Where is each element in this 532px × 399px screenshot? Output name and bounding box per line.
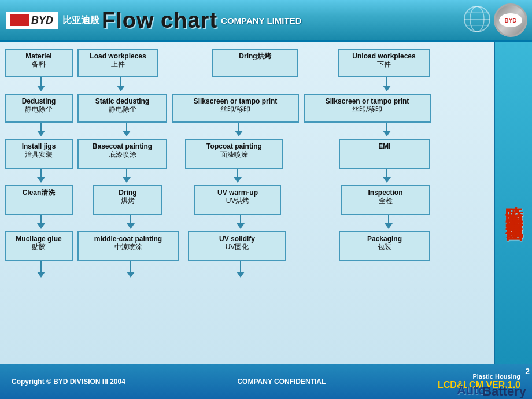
sidebar-text: 喷涂车间工艺流程图	[502, 193, 526, 213]
byd-red-rect	[10, 14, 29, 26]
box-load: Load workpieces 上件	[77, 49, 158, 77]
box-unload: Unload workpieces 下件	[338, 49, 430, 77]
sidebar: 喷涂车间工艺流程图	[494, 42, 532, 364]
arrow-emi-down	[383, 169, 391, 183]
arrow-materiel-down	[37, 77, 45, 91]
box-emi: EMI	[339, 139, 430, 169]
box-dedusting: Dedusting 静电除尘	[5, 94, 73, 123]
footer-confidential: COMPANY CONFIDENTIAL	[237, 378, 326, 386]
flowchart-area: Materiel 备料 Load workpieces 上件 Dring烘烤 U…	[0, 42, 494, 364]
globe-icon	[463, 5, 492, 34]
byd-text: BYD	[31, 14, 53, 27]
box-inspection: Inspection 全检	[341, 185, 430, 215]
box-uv-solidify: UV solidify UV固化	[188, 231, 286, 261]
footer-pagenum: 2	[525, 367, 530, 376]
box-materiel: Materiel 备料	[5, 49, 73, 77]
footer-plastic: Plastic Housing	[472, 373, 520, 380]
logo-box: BYD	[6, 12, 58, 29]
box-packaging: Packaging 包装	[339, 231, 430, 261]
arrow-uvsolidify-down	[237, 261, 245, 278]
box-install-jigs: Install jigs 治具安装	[5, 139, 73, 169]
flow-grid: Materiel 备料 Load workpieces 上件 Dring烘烤 U…	[3, 46, 490, 362]
box-static-dedusting: Static dedusting 静电除尘	[77, 94, 167, 123]
box-topcoat: Topcoat painting 面漆喷涂	[185, 139, 283, 169]
header: BYD 比亚迪股 Flow chart COMPANY LIMITED BYD	[0, 0, 532, 42]
box-mucilage: Mucilage glue 贴胶	[5, 231, 73, 261]
arrow-middlecoat-down	[127, 261, 135, 278]
arrow-mucilage-down	[37, 261, 45, 278]
byd-circle-logo: BYD	[494, 3, 527, 37]
company-en: COMPANY LIMITED	[221, 16, 301, 25]
arrow-uvwarmup-down	[237, 215, 245, 229]
arrow-silk2-down	[383, 123, 391, 136]
arrow-basecoat-down	[123, 169, 131, 183]
box-silkscreen1: Silkscreen or tampo print 丝印/移印	[172, 94, 299, 123]
box-clean: Clean清洗	[5, 185, 73, 215]
box-dring1: Dring烘烤	[212, 49, 298, 77]
arrow-topcoat-down	[234, 169, 242, 183]
footer-auto: Auto	[457, 383, 486, 398]
arrow-clean-down	[37, 215, 45, 229]
arrow-unload-down	[383, 77, 391, 91]
arrow-inspection-down	[385, 215, 393, 229]
footer-copyright: Copyright © BYD DIVISION III 2004	[12, 378, 125, 386]
footer: Copyright © BYD DIVISION III 2004 COMPAN…	[0, 364, 532, 399]
arrow-dedusting-down	[37, 123, 45, 136]
box-dring2: Dring 烘烤	[93, 185, 162, 215]
box-silkscreen2: Silkscreen or tampo print 丝印/移印	[304, 94, 431, 123]
box-uv-warmup: UV warm-up UV烘烤	[194, 185, 281, 215]
main-content: Materiel 备料 Load workpieces 上件 Dring烘烤 U…	[0, 42, 532, 364]
box-middlecoat: middle-coat painting 中漆喷涂	[77, 231, 179, 261]
footer-battery: Battery	[482, 384, 526, 399]
company-cn: 比亚迪股	[62, 14, 99, 27]
byd-inner: BYD	[499, 13, 522, 27]
arrow-load-down	[117, 77, 125, 91]
arrow-static-down	[123, 123, 131, 136]
arrow-silk1-down	[235, 123, 243, 136]
page-title: Flow chart	[102, 8, 217, 33]
byd-logo: BYD	[10, 14, 53, 27]
arrow-jigs-down	[37, 169, 45, 183]
arrow-dring2-down	[127, 215, 135, 229]
box-basecoat: Basecoat painting 底漆喷涂	[77, 139, 167, 169]
